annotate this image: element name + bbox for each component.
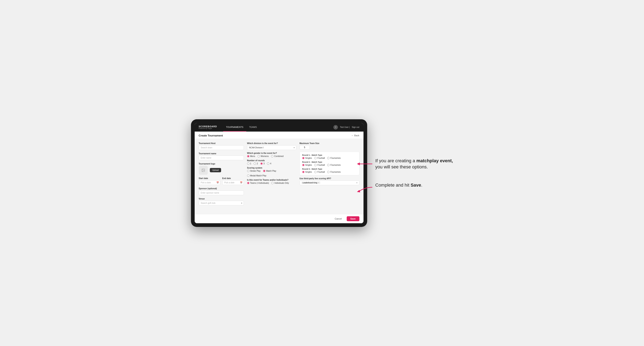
teams-radio-group: Teams (+Individuals) Individuals Only <box>247 182 296 184</box>
teams-label: Is this event for Teams and/or Individua… <box>247 179 296 181</box>
start-date-group: Start date 📅 <box>199 177 220 185</box>
gender-womens[interactable]: Womens <box>258 155 268 157</box>
tournament-host-group: Tournament Host <box>199 142 244 150</box>
nav-tab-teams[interactable]: TEAMS <box>246 123 260 132</box>
max-team-size-input[interactable] <box>300 145 310 150</box>
tournament-host-label: Tournament Host <box>199 142 244 145</box>
end-calendar-icon: 📅 <box>240 181 242 184</box>
date-row: Start date 📅 End date 📅 <box>199 177 244 185</box>
round3-radio-group: Singles Fourball Foursomes <box>302 171 357 173</box>
rounds-1[interactable]: 1 <box>247 163 252 165</box>
round2-singles[interactable]: Singles <box>302 164 312 166</box>
division-select[interactable]: NCAA Division I <box>247 145 296 150</box>
end-date-label: End date <box>222 177 244 179</box>
scoring-match[interactable]: Match Play <box>263 170 276 172</box>
nav-tab-tournaments[interactable]: TOURNAMENTS <box>223 123 246 132</box>
teams-with-individuals[interactable]: Teams (+Individuals) <box>247 182 269 184</box>
round1-foursomes[interactable]: Foursomes <box>327 157 340 159</box>
round2-fourball[interactable]: Fourball <box>314 164 325 166</box>
rounds-group: Number of rounds 1 2 <box>247 159 296 165</box>
round3-fourball[interactable]: Fourball <box>314 171 325 173</box>
page-header: Create Tournament ← Back <box>195 132 364 139</box>
round2-foursomes[interactable]: Foursomes <box>327 164 340 166</box>
annotation-bottom-text: Complete and hit Save. <box>376 182 453 188</box>
nav-tabs: TOURNAMENTS TEAMS <box>223 123 260 132</box>
save-button[interactable]: Save <box>347 216 360 221</box>
tablet-screen: SCOREBOARD Powered by clippit TOURNAMENT… <box>195 123 364 223</box>
max-team-size-group: Maximum Team Size <box>300 142 360 150</box>
scoring-stroke[interactable]: Stroke Play <box>247 170 261 172</box>
nav-logo-sub: Powered by clippit <box>199 128 217 129</box>
round3-match-type: Round 3 - Match Type Singles Fourball <box>302 168 357 173</box>
rounds-4[interactable]: 4 <box>267 163 271 165</box>
end-date-group: End date 📅 <box>222 177 244 185</box>
round1-radio-group: Singles Fourball Foursomes <box>302 157 357 159</box>
annotation-bottom: Complete and hit Save. <box>376 182 453 188</box>
venue-label: Venue <box>199 198 244 200</box>
sponsor-group: Sponsor (optional) <box>199 187 244 195</box>
api-group: Use third-party live scoring API? Leader… <box>300 177 360 185</box>
rounds-label: Number of rounds <box>247 159 296 162</box>
annotation-top-text: If you are creating a matchplay event, y… <box>376 158 453 170</box>
division-select-wrapper: NCAA Division I <box>247 145 296 150</box>
division-label: Which division is the event for? <box>247 142 296 145</box>
col-right: Maximum Team Size Round 1 - Match Type S… <box>300 142 360 211</box>
round3-foursomes[interactable]: Foursomes <box>327 171 340 173</box>
rounds-2[interactable]: 2 <box>254 163 258 165</box>
round2-radio-group: Singles Fourball Foursomes <box>302 164 357 166</box>
arrow-top-icon <box>357 161 373 167</box>
match-type-section: Round 1 - Match Type Singles Fourball <box>300 152 360 175</box>
nav-user-text: Test User | <box>340 126 350 128</box>
back-button[interactable]: ← Back <box>352 134 360 137</box>
start-date-wrapper: 📅 <box>199 180 220 185</box>
round3-label: Round 3 - Match Type <box>302 168 357 170</box>
nav-signout[interactable]: Sign out <box>352 126 360 128</box>
rounds-3[interactable]: 3 <box>260 163 265 165</box>
venue-group: Venue <box>199 198 244 205</box>
api-tag: Leaderboard King × <box>302 181 320 184</box>
tournament-logo-group: Tournament logo Upload <box>199 163 244 175</box>
api-remove-icon[interactable]: × <box>318 182 319 184</box>
nav-avatar: T <box>333 125 338 130</box>
individuals-only[interactable]: Individuals Only <box>271 182 289 184</box>
scoring-radio-group: Stroke Play Match Play Medal Match Play <box>247 170 296 177</box>
scoring-medal[interactable]: Medal Match Play <box>247 174 266 177</box>
annotation-area: If you are creating a matchplay event, y… <box>376 154 453 192</box>
round2-match-type: Round 2 - Match Type Singles Fourball <box>302 161 357 166</box>
round3-singles[interactable]: Singles <box>302 171 312 173</box>
api-select-wrapper[interactable]: Leaderboard King × ▾ <box>300 180 360 185</box>
svg-marker-2 <box>357 163 360 165</box>
gender-combined[interactable]: Combined <box>271 155 284 157</box>
nav-logo: SCOREBOARD Powered by clippit <box>199 125 217 129</box>
tournament-name-label: Tournament name <box>199 153 244 155</box>
round1-match-type: Round 1 - Match Type Singles Fourball <box>302 154 357 159</box>
form-footer: Cancel Save <box>195 214 364 223</box>
main-content: Create Tournament ← Back Tournament Host… <box>195 132 364 223</box>
logo-upload-row: Upload <box>199 166 244 175</box>
nav-bar: SCOREBOARD Powered by clippit TOURNAMENT… <box>195 123 364 132</box>
venue-input[interactable] <box>199 201 244 205</box>
round1-fourball[interactable]: Fourball <box>314 157 325 159</box>
tournament-name-input[interactable] <box>199 156 244 160</box>
cancel-button[interactable]: Cancel <box>332 216 345 221</box>
upload-button[interactable]: Upload <box>210 168 221 172</box>
round1-label: Round 1 - Match Type <box>302 154 357 156</box>
round1-singles[interactable]: Singles <box>302 157 312 159</box>
api-dropdown-icon: ▾ <box>356 181 358 184</box>
sponsor-input[interactable] <box>199 190 244 195</box>
nav-logo-title: SCOREBOARD <box>199 125 217 128</box>
gender-mens[interactable]: Mens <box>247 155 255 157</box>
form-area: Tournament Host Tournament name Tourname… <box>195 139 364 214</box>
arrow-bottom-icon <box>357 186 373 192</box>
col-left: Tournament Host Tournament name Tourname… <box>199 142 244 211</box>
scoring-label: Scoring system <box>247 167 296 169</box>
gender-radio-group: Mens Womens Combined <box>247 155 296 157</box>
division-group: Which division is the event for? NCAA Di… <box>247 142 296 150</box>
max-team-size-label: Maximum Team Size <box>300 142 360 145</box>
tournament-host-input[interactable] <box>199 145 244 150</box>
gender-group: Which gender is the event for? Mens Wome… <box>247 152 296 157</box>
round2-label: Round 2 - Match Type <box>302 161 357 163</box>
col-mid: Which division is the event for? NCAA Di… <box>247 142 296 211</box>
rounds-radio-group: 1 2 3 <box>247 163 296 165</box>
svg-marker-3 <box>357 190 360 192</box>
